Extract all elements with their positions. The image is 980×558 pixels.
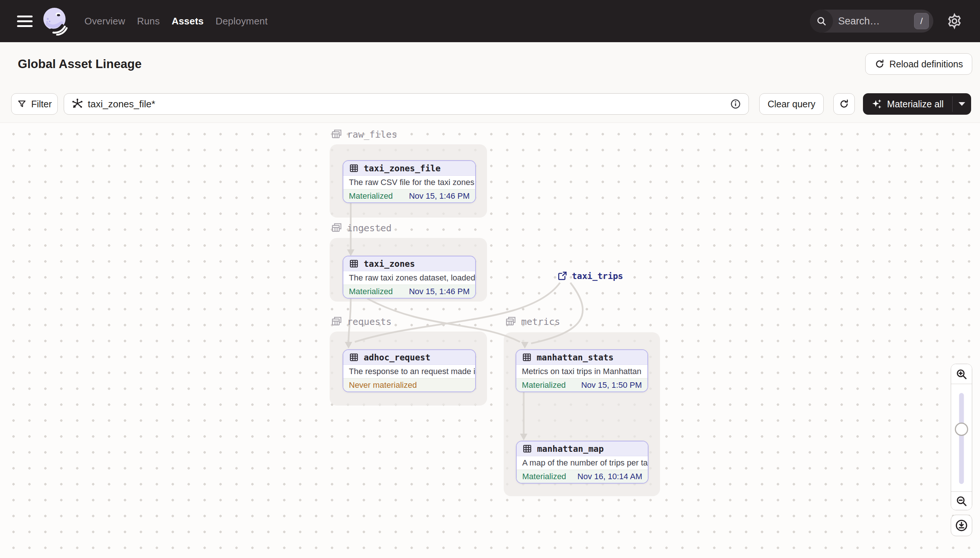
zoom-in-button[interactable] [951, 364, 972, 384]
status-badge: Materialized [349, 191, 393, 201]
materialize-options-dropdown[interactable] [953, 93, 971, 115]
info-icon[interactable] [730, 98, 741, 110]
asset-node-taxi-zones[interactable]: taxi_zones The raw taxi zones dataset, l… [343, 256, 476, 299]
asset-node-manhattan-stats[interactable]: manhattan_stats Metrics on taxi trips in… [516, 349, 648, 392]
asset-selection-input[interactable] [64, 93, 749, 115]
search-icon [810, 10, 833, 33]
sparkles-icon [871, 98, 883, 110]
asset-graph-canvas[interactable]: raw_files ingested requests [0, 123, 980, 558]
nav-links: Overview Runs Assets Deployment [84, 16, 268, 27]
asset-node-adhoc-request[interactable]: adhoc_request The response to an request… [343, 349, 476, 392]
top-nav: Overview Runs Assets Deployment / [0, 0, 980, 42]
materialize-all-button[interactable]: Materialize all [863, 93, 952, 115]
chevron-down-icon [959, 102, 965, 106]
materialization-timestamp[interactable]: Nov 15, 1:50 PM [581, 381, 642, 390]
asset-description: A map of the number of trips per taxi z… [517, 456, 648, 469]
clear-query-button[interactable]: Clear query [759, 93, 824, 115]
group-label-requests[interactable]: requests [331, 316, 392, 327]
asset-description: The response to an request made in th… [343, 365, 475, 378]
asset-selection-value[interactable] [88, 98, 730, 110]
group-label-ingested[interactable]: ingested [331, 222, 392, 234]
lineage-selector-icon [71, 98, 83, 110]
external-asset-taxi-trips[interactable]: taxi_trips [557, 271, 623, 281]
zoom-out-icon [955, 495, 968, 507]
group-label-metrics[interactable]: metrics [505, 316, 560, 327]
reload-definitions-button[interactable]: Reload definitions [865, 53, 972, 75]
zoom-controls [951, 364, 972, 510]
zoom-slider-track[interactable] [959, 393, 964, 484]
materialization-timestamp[interactable]: Nov 15, 1:46 PM [409, 287, 469, 296]
status-badge: Materialized [522, 381, 566, 390]
table-icon [349, 352, 359, 362]
zoom-slider[interactable] [951, 384, 972, 491]
layered-table-icon [331, 128, 343, 140]
layered-table-icon [331, 316, 343, 327]
nav-link-runs[interactable]: Runs [137, 16, 160, 27]
table-icon [522, 444, 532, 454]
asset-node-manhattan-map[interactable]: manhattan_map A map of the number of tri… [516, 441, 649, 484]
refresh-icon [875, 59, 885, 69]
layered-table-icon [331, 222, 343, 234]
group-label-raw-files[interactable]: raw_files [331, 128, 397, 140]
layered-table-icon [505, 316, 517, 327]
status-badge: Never materialized [349, 381, 417, 390]
search-input[interactable] [833, 16, 914, 27]
refresh-graph-button[interactable] [833, 93, 855, 115]
nav-link-deployment[interactable]: Deployment [216, 16, 268, 27]
status-badge: Materialized [522, 472, 566, 481]
asset-description: Metrics on taxi trips in Manhattan [516, 365, 647, 378]
search-shortcut-badge: / [914, 13, 929, 29]
dagster-logo[interactable] [42, 7, 68, 36]
table-icon [522, 352, 532, 362]
global-search[interactable]: / [810, 10, 933, 33]
menu-icon[interactable] [17, 16, 33, 27]
zoom-in-icon [955, 368, 968, 381]
asset-description: The raw CSV file for the taxi zones dat… [343, 176, 475, 189]
nav-link-assets[interactable]: Assets [171, 16, 203, 27]
zoom-out-button[interactable] [951, 491, 972, 510]
zoom-slider-handle[interactable] [955, 423, 968, 436]
download-image-button[interactable] [951, 515, 972, 536]
asset-description: The raw taxi zones dataset, loaded int… [343, 271, 475, 284]
table-icon [349, 259, 359, 269]
page-title: Global Asset Lineage [18, 57, 142, 71]
funnel-icon [17, 99, 27, 109]
download-icon [955, 519, 968, 532]
filter-button[interactable]: Filter [11, 93, 58, 115]
status-badge: Materialized [349, 287, 393, 296]
table-icon [349, 163, 359, 173]
asset-node-taxi-zones-file[interactable]: taxi_zones_file The raw CSV file for the… [343, 160, 476, 203]
materialize-all-split-button: Materialize all [863, 93, 971, 115]
nav-link-overview[interactable]: Overview [84, 16, 125, 27]
lineage-edges [0, 123, 980, 558]
materialization-timestamp[interactable]: Nov 15, 1:46 PM [409, 191, 469, 201]
refresh-icon [839, 99, 849, 109]
external-link-icon [557, 271, 567, 281]
materialization-timestamp[interactable]: Nov 16, 10:14 AM [577, 472, 642, 481]
gear-icon[interactable] [946, 13, 963, 30]
